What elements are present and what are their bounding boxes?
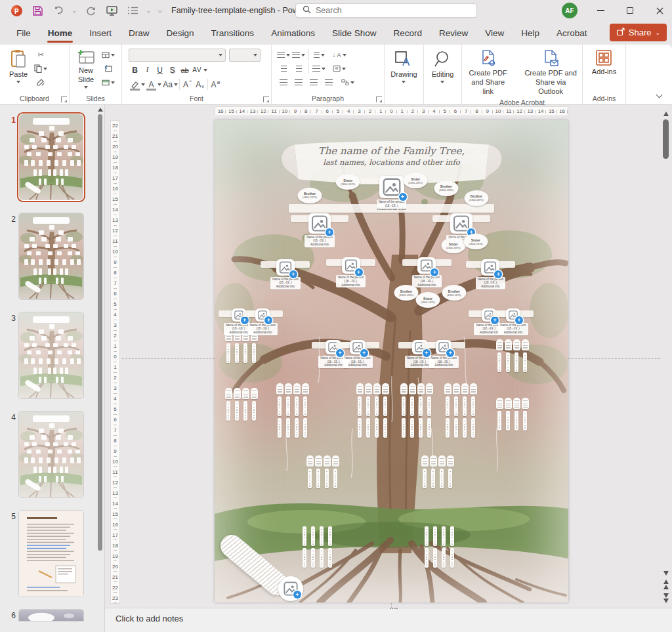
sibling-oval-brother[interactable]: Brother(1800-1875) xyxy=(464,190,488,206)
person-card[interactable]: +Name of the person(18..-19..)Additional… xyxy=(479,259,501,289)
format-painter-button[interactable] xyxy=(34,77,47,88)
tab-file[interactable]: File xyxy=(8,21,39,45)
tab-view[interactable]: View xyxy=(476,21,513,45)
columns-button[interactable] xyxy=(312,63,326,74)
bottom-photo-placeholder[interactable]: + xyxy=(278,576,303,601)
search-box[interactable] xyxy=(295,3,477,18)
increase-indent-button[interactable] xyxy=(292,63,305,74)
tab-record[interactable]: Record xyxy=(385,21,430,45)
person-card[interactable]: +Name of the person(18..-19..)Additional… xyxy=(504,308,522,335)
customize-list-icon[interactable] xyxy=(125,3,140,18)
change-case-button[interactable]: Aa xyxy=(161,78,174,91)
reset-slide-button[interactable] xyxy=(102,63,115,74)
justify-button[interactable] xyxy=(322,77,335,88)
font-color-button[interactable]: A xyxy=(145,78,158,91)
descendant-tag-cluster[interactable] xyxy=(276,383,322,461)
section-button[interactable] xyxy=(102,77,115,88)
text-shadow-button[interactable]: S xyxy=(166,64,178,76)
tab-home[interactable]: Home xyxy=(39,21,81,45)
person-card[interactable]: +Name of the person(18..-19..)Additional… xyxy=(274,259,297,289)
descendant-tag-cluster[interactable] xyxy=(423,513,469,591)
person-card[interactable]: +Name of the person(18..-19..)Additional… xyxy=(253,308,272,335)
undo-icon[interactable] xyxy=(51,3,66,18)
create-pdf-share-link-button[interactable]: Create PDFand Share link xyxy=(462,48,514,97)
text-direction-button[interactable]: ↓A xyxy=(333,49,346,60)
sibling-oval-sister[interactable]: Sister(1800-1875) xyxy=(416,292,440,308)
slide-thumbnail-3[interactable] xyxy=(19,312,83,398)
cut-button[interactable]: ✂ xyxy=(34,49,47,60)
slide-thumbnail-1[interactable] xyxy=(19,114,83,200)
align-left-button[interactable] xyxy=(277,77,290,88)
underline-button[interactable]: U xyxy=(154,64,166,76)
slide-canvas[interactable]: The name of the Family Tree, last names,… xyxy=(215,120,568,602)
sibling-oval-sister[interactable]: Sister(1800-1875) xyxy=(463,234,488,249)
search-input[interactable] xyxy=(316,6,460,15)
drawing-button[interactable]: A Drawing xyxy=(387,48,421,85)
tab-transitions[interactable]: Transitions xyxy=(203,21,263,45)
notes-pane[interactable]: Click to add notes xyxy=(105,608,672,632)
tab-review[interactable]: Review xyxy=(430,21,476,45)
person-card[interactable]: +Name of the person(18..-19..) xyxy=(377,176,406,208)
slide-thumbnail-5[interactable] xyxy=(19,511,83,597)
addins-button[interactable]: Add-ins xyxy=(588,48,620,78)
bold-button[interactable]: B xyxy=(129,64,141,76)
character-spacing-button[interactable]: AV xyxy=(191,64,203,76)
slide-thumbnail-4[interactable] xyxy=(19,411,83,497)
sibling-oval-sister[interactable]: Sister(1800-1875) xyxy=(441,238,465,253)
person-card[interactable]: +Name of the person(18..-19..)Additional… xyxy=(306,213,333,247)
line-spacing-button[interactable] xyxy=(312,49,326,60)
share-button[interactable]: Share ⌄ xyxy=(610,24,667,41)
redo-icon[interactable] xyxy=(83,3,98,18)
slide-layout-button[interactable] xyxy=(102,49,115,60)
undo-dropdown-icon[interactable]: ⌄ xyxy=(72,9,77,13)
tab-design[interactable]: Design xyxy=(158,21,203,45)
notes-placeholder[interactable]: Click to add notes xyxy=(116,614,183,623)
highlight-color-button[interactable] xyxy=(129,78,141,91)
scroll-up-icon[interactable] xyxy=(663,112,669,116)
convert-smartart-button[interactable] xyxy=(341,77,354,88)
descendant-tag-cluster[interactable] xyxy=(400,383,446,461)
descendant-tag-cluster[interactable] xyxy=(444,383,490,461)
align-center-button[interactable] xyxy=(292,77,305,88)
avatar[interactable]: AF xyxy=(562,3,578,18)
font-name-combo[interactable] xyxy=(129,49,226,62)
strikethrough-button[interactable]: ab xyxy=(178,64,191,76)
bullets-button[interactable] xyxy=(277,49,290,60)
tab-animations[interactable]: Animations xyxy=(262,21,324,45)
powerpoint-logo-icon[interactable]: P xyxy=(9,3,24,18)
close-button[interactable] xyxy=(646,0,672,21)
editor-scrollbar[interactable] xyxy=(661,106,671,606)
tab-help[interactable]: Help xyxy=(513,21,548,45)
sibling-oval-brother[interactable]: Brother(1800-1875) xyxy=(434,180,459,196)
descendant-tag-cluster[interactable] xyxy=(301,513,347,591)
descendant-tag-cluster[interactable] xyxy=(356,383,402,461)
align-text-button[interactable] xyxy=(333,63,346,74)
font-size-combo[interactable] xyxy=(229,49,261,62)
maximize-button[interactable] xyxy=(616,0,644,21)
descendant-tag-cluster[interactable] xyxy=(225,388,271,465)
sibling-oval-sister[interactable]: Sister(1800-1875) xyxy=(336,174,360,190)
tab-slide-show[interactable]: Slide Show xyxy=(324,21,385,45)
sibling-oval-brother[interactable]: Brother(1800-1875) xyxy=(394,285,419,301)
sibling-oval-sister[interactable]: Sister(1800-1875) xyxy=(404,173,428,188)
scrollbar-thumb[interactable] xyxy=(663,119,669,159)
change-case-dropdown-icon[interactable] xyxy=(174,83,178,86)
clipboard-dialog-launcher[interactable] xyxy=(61,96,67,102)
sibling-oval-brother[interactable]: Brother(1800-1875) xyxy=(442,285,466,301)
grow-font-button[interactable]: A xyxy=(181,78,194,91)
list-dropdown-icon[interactable]: ⌄ xyxy=(146,9,151,13)
copy-button[interactable] xyxy=(34,63,47,74)
create-pdf-share-outlook-button[interactable]: Create PDF andShare via Outlook xyxy=(519,48,582,97)
new-slide-button[interactable]: New Slide xyxy=(73,48,99,90)
tab-insert[interactable]: Insert xyxy=(81,21,120,45)
start-slideshow-icon[interactable] xyxy=(104,3,119,18)
shrink-font-button[interactable]: A xyxy=(194,78,206,91)
person-card[interactable]: +Name of the person(18..-19..)Additional… xyxy=(434,340,453,368)
align-right-button[interactable] xyxy=(307,77,320,88)
font-dialog-launcher[interactable] xyxy=(263,96,269,102)
notes-splitter-handle[interactable] xyxy=(390,608,398,609)
paste-button[interactable]: Paste xyxy=(5,48,32,85)
slide-thumbnail-6[interactable] xyxy=(19,610,83,621)
minimize-button[interactable] xyxy=(587,0,614,21)
save-icon[interactable] xyxy=(30,3,45,18)
